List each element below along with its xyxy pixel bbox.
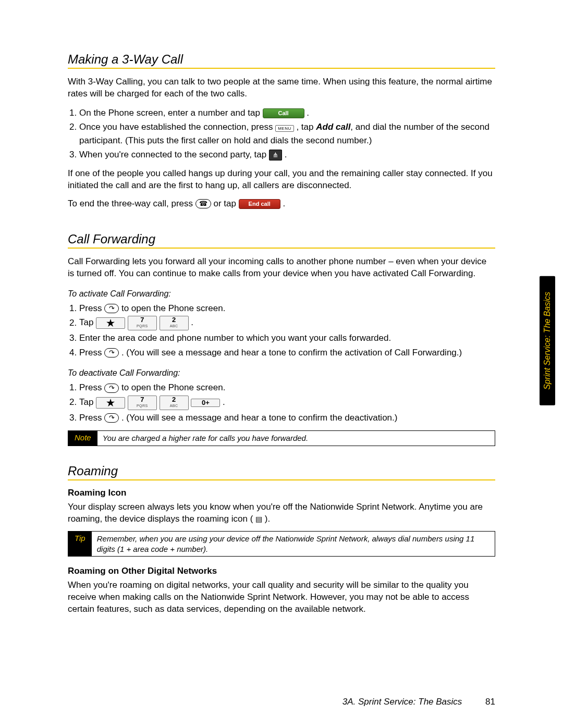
- dial-key-0: 0+: [191, 399, 220, 407]
- text: Tap: [79, 318, 96, 328]
- step-2: Once you have established the connection…: [79, 120, 495, 147]
- deactivate-steps: Press ↷ to open the Phone screen. Tap ★ …: [79, 381, 495, 424]
- step-1: On the Phone screen, enter a number and …: [79, 106, 495, 120]
- heading-roaming: Roaming: [68, 464, 495, 478]
- outro-3way: If one of the people you called hangs up…: [68, 168, 495, 192]
- act-step-2: Tap ★ 7PQRS 2ABC .: [79, 316, 495, 330]
- heading-3way: Making a 3-Way Call: [68, 52, 495, 67]
- text: Press: [79, 413, 104, 423]
- roaming-other-text: When you're roaming on digital networks,…: [68, 579, 495, 615]
- step-3: When you're connected to the second part…: [79, 148, 495, 162]
- end-call-line: To end the three-way call, press ☎ or ta…: [68, 198, 495, 210]
- dial-key-star: ★: [96, 397, 125, 409]
- roaming-other-heading: Roaming on Other Digital Networks: [68, 566, 495, 576]
- page-number: 81: [485, 697, 495, 707]
- intro-forwarding: Call Forwarding lets you forward all you…: [68, 256, 495, 280]
- deact-step-3: Press ↷ . (You will see a message and he…: [79, 411, 495, 425]
- tip-content: Remember, when you are using your device…: [92, 532, 495, 556]
- text: On the Phone screen, enter a number and …: [79, 108, 263, 118]
- text: Once you have established the connection…: [79, 122, 275, 132]
- text: .: [191, 318, 193, 328]
- act-step-1: Press ↷ to open the Phone screen.: [79, 302, 495, 315]
- footer: 3A. Sprint Service: The Basics 81: [342, 697, 495, 707]
- deact-step-1: Press ↷ to open the Phone screen.: [79, 381, 495, 394]
- dial-key-7: 7PQRS: [128, 396, 157, 410]
- note-box: Note You are charged a higher rate for c…: [68, 430, 495, 446]
- divider: [68, 479, 495, 480]
- roaming-icon: ▤: [255, 514, 262, 524]
- act-step-4: Press ↷ . (You will see a message and he…: [79, 346, 495, 360]
- phone-key-icon: ↷: [104, 413, 119, 423]
- text: to open the Phone screen.: [121, 303, 225, 313]
- phone-key-icon: ↷: [104, 304, 119, 313]
- phone-key-icon: ↷: [104, 384, 119, 393]
- divider: [68, 68, 495, 69]
- tip-box: Tip Remember, when you are using your de…: [68, 531, 495, 557]
- divider: [68, 248, 495, 249]
- dial-key-2: 2ABC: [160, 396, 189, 410]
- text: .: [223, 397, 225, 407]
- text: . (You will see a message and hear a ton…: [121, 413, 398, 423]
- text: Press: [79, 382, 104, 392]
- side-tab: Sprint Service: The Basics: [540, 276, 555, 405]
- roaming-icon-heading: Roaming Icon: [68, 488, 495, 498]
- heading-forwarding: Call Forwarding: [68, 232, 495, 246]
- call-button: Call: [263, 108, 304, 118]
- merge-icon: ⋔: [269, 150, 282, 161]
- add-call-label: Add call: [316, 122, 350, 132]
- tip-label: Tip: [68, 532, 92, 556]
- end-call-button: End call: [239, 199, 280, 209]
- dial-key-7: 7PQRS: [128, 316, 157, 330]
- steps-3way: On the Phone screen, enter a number and …: [79, 106, 495, 162]
- text: Press: [79, 348, 104, 357]
- deactivate-subheading: To deactivate Call Forwarding:: [68, 368, 495, 378]
- end-hardware-key-icon: ☎: [195, 199, 211, 208]
- text: .: [283, 199, 285, 208]
- act-step-3: Enter the area code and phone number to …: [79, 331, 495, 345]
- text: ).: [265, 514, 270, 524]
- text: to open the Phone screen.: [121, 382, 225, 392]
- roaming-icon-text: Your display screen always lets you know…: [68, 501, 495, 525]
- activate-subheading: To activate Call Forwarding:: [68, 289, 495, 299]
- text: Press: [79, 303, 104, 313]
- text: or tap: [213, 199, 238, 208]
- intro-3way: With 3-Way Calling, you can talk to two …: [68, 76, 495, 100]
- activate-steps: Press ↷ to open the Phone screen. Tap ★ …: [79, 302, 495, 360]
- text: .: [307, 108, 309, 118]
- text: .: [285, 150, 287, 159]
- dial-key-2: 2ABC: [160, 316, 189, 330]
- text: When you're connected to the second part…: [79, 150, 269, 159]
- dial-key-star: ★: [96, 317, 125, 329]
- text: To end the three-way call, press: [68, 199, 195, 208]
- menu-button: menu: [275, 125, 294, 132]
- text: Tap: [79, 397, 96, 407]
- phone-key-icon: ↷: [104, 348, 119, 357]
- text: Your display screen always lets you know…: [68, 502, 483, 524]
- text: , tap: [296, 122, 316, 132]
- deact-step-2: Tap ★ 7PQRS 2ABC 0+ .: [79, 396, 495, 410]
- note-content: You are charged a higher rate for calls …: [97, 431, 495, 446]
- footer-chapter: 3A. Sprint Service: The Basics: [342, 697, 462, 707]
- note-label: Note: [68, 431, 97, 446]
- text: . (You will see a message and hear a ton…: [121, 348, 462, 357]
